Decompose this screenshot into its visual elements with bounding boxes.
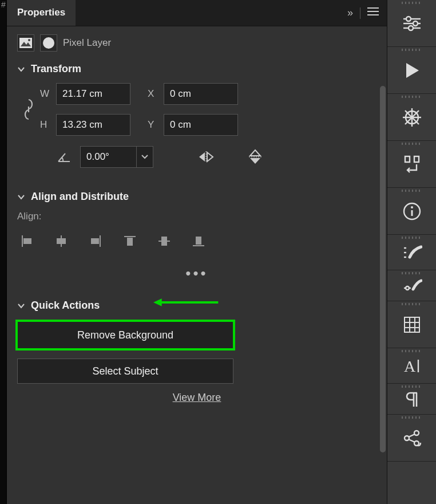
svg-point-48: [406, 286, 409, 290]
angle-icon: [56, 151, 72, 163]
y-input[interactable]: [164, 114, 238, 136]
align-right-icon[interactable]: [88, 234, 103, 249]
svg-rect-18: [91, 238, 99, 244]
rotate-row: [56, 146, 376, 168]
svg-text:A: A: [404, 357, 416, 375]
panel-tab-bar: Properties »: [7, 0, 387, 26]
svg-line-59: [409, 434, 415, 437]
panel-body: Pixel Layer Transform W X H Y: [7, 26, 387, 504]
tab-properties[interactable]: Properties: [7, 0, 76, 26]
properties-panel: Properties » Pixel Layer Transform: [7, 0, 387, 504]
select-subject-button[interactable]: Select Subject: [17, 359, 233, 384]
x-input[interactable]: [164, 83, 238, 105]
align-hcenter-icon[interactable]: [54, 234, 69, 249]
svg-rect-3: [19, 38, 32, 48]
view-more-link[interactable]: View More: [17, 392, 376, 404]
tool-brush-list-icon[interactable]: [387, 235, 436, 270]
transform-header[interactable]: Transform: [17, 63, 376, 75]
pixel-layer-icon: [17, 34, 34, 52]
tool-character-icon[interactable]: A: [387, 348, 436, 384]
hash-mark: #: [0, 0, 6, 9]
tab-controls: »: [345, 0, 387, 26]
svg-rect-49: [405, 317, 419, 332]
flip-vertical-icon[interactable]: [247, 149, 263, 165]
tool-adjustments-icon[interactable]: [387, 0, 436, 47]
svg-marker-7: [199, 152, 205, 162]
chevron-down-icon: [17, 192, 25, 202]
svg-rect-24: [196, 237, 201, 245]
tool-info-icon[interactable]: [387, 188, 436, 235]
chevron-down-icon: [17, 301, 25, 310]
transform-title: Transform: [31, 63, 81, 75]
svg-point-5: [28, 39, 30, 41]
link-wh-icon[interactable]: [17, 97, 40, 121]
svg-marker-8: [207, 152, 213, 162]
tool-share-icon[interactable]: [387, 415, 436, 462]
svg-point-30: [413, 21, 418, 26]
svg-marker-11: [250, 158, 260, 164]
more-options-icon[interactable]: •••: [17, 265, 376, 282]
x-label: X: [148, 88, 164, 100]
layer-mask-icon: [40, 34, 57, 52]
h-label: H: [40, 119, 56, 131]
align-icons: [19, 234, 376, 249]
align-title: Align and Distribute: [31, 191, 129, 203]
layer-type-label: Pixel Layer: [63, 37, 111, 49]
align-left-icon[interactable]: [19, 234, 34, 249]
svg-point-28: [406, 17, 411, 21]
y-label: Y: [148, 119, 164, 131]
tool-paragraph-icon[interactable]: [387, 384, 436, 415]
quick-actions-header[interactable]: Quick Actions: [17, 300, 376, 312]
svg-marker-10: [250, 150, 260, 156]
scrollbar[interactable]: [380, 86, 386, 464]
rotation-dropdown[interactable]: [136, 146, 153, 168]
align-vcenter-icon[interactable]: [157, 234, 172, 249]
right-toolbar: A: [387, 0, 436, 504]
svg-rect-39: [405, 156, 410, 162]
align-header[interactable]: Align and Distribute: [17, 191, 376, 203]
svg-rect-22: [161, 237, 167, 246]
tool-wheel-icon[interactable]: [387, 94, 436, 141]
svg-rect-40: [414, 156, 419, 162]
align-bottom-icon[interactable]: [191, 234, 206, 249]
svg-marker-26: [153, 298, 162, 306]
panel-menu-icon[interactable]: [365, 5, 381, 21]
tool-play-icon[interactable]: [387, 47, 436, 94]
annotation-arrow: [136, 298, 239, 307]
rotation-input[interactable]: [80, 146, 136, 168]
edge-sliver: #: [0, 0, 7, 504]
align-label: Align:: [17, 211, 376, 222]
svg-rect-20: [127, 238, 133, 246]
w-label: W: [40, 88, 56, 100]
collapse-panel-icon[interactable]: »: [345, 5, 355, 21]
remove-background-button[interactable]: Remove Background: [15, 320, 235, 351]
transform-grid: W X H Y: [17, 83, 376, 136]
width-input[interactable]: [56, 83, 130, 105]
svg-rect-14: [23, 238, 31, 244]
align-top-icon[interactable]: [122, 234, 137, 249]
svg-line-60: [409, 439, 415, 442]
height-input[interactable]: [56, 114, 130, 136]
svg-point-32: [409, 26, 413, 30]
tool-brush-settings-icon[interactable]: [387, 270, 436, 301]
svg-rect-16: [57, 238, 66, 244]
divider: [360, 7, 360, 19]
tool-grid-icon[interactable]: [387, 301, 436, 348]
svg-marker-33: [406, 63, 419, 78]
svg-point-42: [411, 206, 413, 208]
layer-type-row: Pixel Layer: [17, 34, 376, 52]
chevron-down-icon: [17, 65, 25, 74]
flip-horizontal-icon[interactable]: [198, 150, 214, 164]
quick-actions-title: Quick Actions: [31, 300, 100, 312]
tool-swap-panels-icon[interactable]: [387, 141, 436, 188]
